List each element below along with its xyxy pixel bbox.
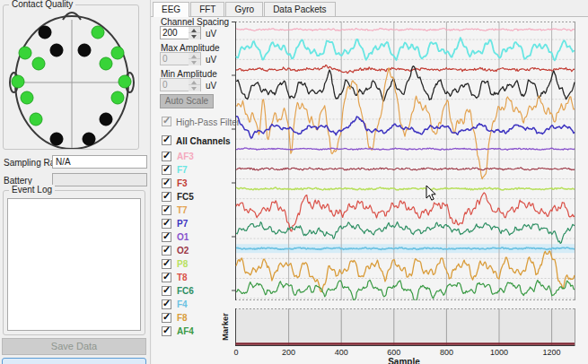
- channel-label-f4: F4: [177, 299, 188, 309]
- eeg-trace-fc6: [236, 222, 575, 244]
- channel-spacing-spinner[interactable]: [160, 26, 201, 39]
- marker-plot: [232, 308, 576, 348]
- sensor-p8: [100, 113, 112, 126]
- checkmark-icon: ✓: [162, 298, 171, 309]
- sensor-o2: [83, 133, 95, 145]
- checkmark-icon: ✓: [162, 150, 171, 161]
- event-log-list[interactable]: [7, 198, 141, 331]
- channel-checkbox-o1[interactable]: ✓: [162, 232, 171, 242]
- x-tick-200: 200: [282, 348, 295, 357]
- eeg-trace-p8: [236, 187, 575, 190]
- sampling-rate-field[interactable]: [52, 155, 147, 169]
- tab-bar: EEGFFTGyroData Packets: [153, 2, 337, 16]
- max-amplitude-input[interactable]: [161, 53, 189, 65]
- x-tick-800: 800: [440, 348, 453, 357]
- eeg-trace-f3: [236, 65, 575, 74]
- save-data-button[interactable]: Save Data: [2, 338, 146, 355]
- channel-checkbox-f4[interactable]: ✓: [162, 299, 171, 309]
- sensor-f3: [50, 44, 63, 56]
- eeg-trace-f8: [236, 251, 575, 291]
- channel-checkbox-fc6[interactable]: ✓: [162, 286, 171, 296]
- channel-spacing-input[interactable]: [161, 27, 189, 39]
- channel-label-af3: AF3: [177, 152, 194, 161]
- checkmark-icon: ✓: [162, 271, 171, 282]
- min-amplitude-spinner[interactable]: [160, 78, 201, 91]
- head-map: [4, 7, 138, 149]
- sensor-f4: [78, 44, 91, 56]
- checkmark-icon: ✓: [162, 284, 171, 296]
- eeg-trace-o2: [236, 168, 575, 170]
- channel-label-fc6: FC6: [177, 286, 194, 296]
- checkmark-icon: ✓: [162, 204, 171, 215]
- channel-checkbox-f3[interactable]: ✓: [162, 178, 171, 188]
- channel-checkbox-p7[interactable]: ✓: [162, 219, 171, 229]
- eeg-trace-f7: [236, 38, 575, 60]
- spin-down-button[interactable]: [189, 85, 200, 91]
- x-tick-400: 400: [335, 348, 348, 357]
- high-pass-filter-checkbox[interactable]: ✓: [162, 117, 171, 126]
- channel-label-p8: P8: [177, 259, 188, 269]
- checkmark-icon: ✓: [162, 177, 171, 188]
- auto-scale-button[interactable]: Auto Scale: [160, 94, 214, 108]
- eeg-trace-t7: [236, 68, 575, 179]
- channel-checkbox-af4[interactable]: ✓: [162, 326, 171, 336]
- channel-label-o1: O1: [177, 232, 189, 242]
- spin-up-button[interactable]: [189, 27, 200, 33]
- sensor-drl: [111, 91, 124, 104]
- channel-label-fc5: FC5: [177, 192, 194, 202]
- channel-label-af4: AF4: [177, 326, 194, 336]
- spinner-arrows: [189, 27, 200, 39]
- checkmark-icon: ✓: [162, 325, 171, 336]
- channel-label-f7: F7: [177, 165, 188, 175]
- max-amplitude-spinner[interactable]: [160, 52, 201, 65]
- marker-axis-label: Marker: [220, 308, 230, 347]
- tab-fft[interactable]: FFT: [190, 2, 224, 16]
- min-amplitude-input[interactable]: [161, 79, 189, 91]
- channel-spacing-unit: uV: [206, 29, 216, 39]
- channel-checkbox-fc5[interactable]: ✓: [162, 192, 171, 202]
- max-amplitude-unit: uV: [206, 55, 216, 65]
- channel-checkbox-f8[interactable]: ✓: [162, 313, 171, 323]
- battery-field[interactable]: [52, 173, 147, 186]
- checkmark-icon: ✓: [162, 134, 171, 145]
- eeg-trace-fc5: [236, 66, 575, 101]
- bottom-partial-button[interactable]: [2, 358, 146, 364]
- channel-list: ✓AF3✓F7✓F3✓FC5✓T7✓P7✓O1✓O2✓P8✓T8✓FC6✓F4✓…: [162, 152, 224, 349]
- sensor-fc6: [100, 57, 112, 70]
- channel-label-p7: P7: [177, 219, 188, 229]
- checkmark-icon: ✓: [162, 257, 171, 269]
- all-channels-label: All Channels: [176, 136, 231, 146]
- channel-checkbox-af3[interactable]: ✓: [162, 152, 171, 161]
- spinner-arrows: [189, 53, 200, 65]
- sensor-t7: [12, 75, 24, 88]
- checkmark-icon: ✓: [162, 190, 171, 202]
- channel-label-t7: T7: [177, 205, 188, 215]
- spin-down-button[interactable]: [189, 33, 200, 39]
- sensor-p7: [30, 113, 42, 126]
- channel-checkbox-f7[interactable]: ✓: [162, 165, 171, 175]
- channel-checkbox-o2[interactable]: ✓: [162, 246, 171, 256]
- tab-gyro[interactable]: Gyro: [225, 2, 263, 16]
- channel-label-o2: O2: [177, 246, 189, 256]
- up-arrow-icon: [191, 55, 197, 58]
- tab-eeg[interactable]: EEG: [153, 2, 189, 17]
- sensor-af3: [39, 26, 51, 39]
- spin-up-button[interactable]: [189, 79, 200, 85]
- checkmark-icon: ✓: [162, 163, 171, 175]
- sensor-f7: [19, 47, 31, 59]
- x-tick-600: 600: [387, 348, 400, 357]
- spin-up-button[interactable]: [189, 53, 200, 59]
- checkmark-icon: ✓: [162, 115, 171, 126]
- channel-checkbox-p8[interactable]: ✓: [162, 259, 171, 269]
- spin-down-button[interactable]: [189, 59, 200, 65]
- channel-checkbox-t8[interactable]: ✓: [162, 273, 171, 282]
- tab-data-packets[interactable]: Data Packets: [264, 2, 335, 16]
- all-channels-checkbox[interactable]: ✓: [162, 135, 171, 145]
- channel-checkbox-t7[interactable]: ✓: [162, 205, 171, 215]
- checkmark-icon: ✓: [162, 217, 171, 229]
- spinner-arrows: [189, 79, 200, 91]
- x-tick-0: 0: [233, 348, 238, 357]
- checkmark-icon: ✓: [162, 244, 171, 256]
- x-tick-1200: 1200: [543, 348, 561, 357]
- eeg-app-window: Contact Quality Sampling Rate Battery Ev…: [0, 0, 588, 364]
